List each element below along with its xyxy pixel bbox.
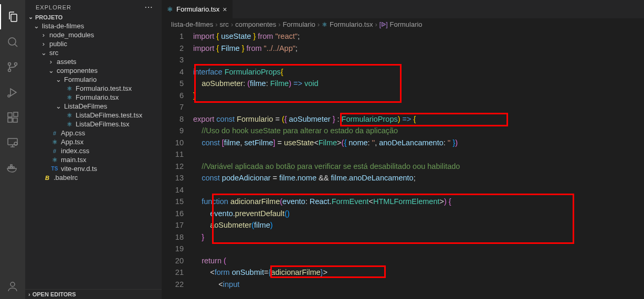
code-line: const podeAdicionar = filme.nome && film… xyxy=(193,172,644,184)
file-app-css[interactable]: #App.css xyxy=(25,129,162,137)
folder-listadefilmes[interactable]: ⌄ListaDeFilmes xyxy=(25,102,162,111)
editor: ⚛ Formulario.tsx × lista-de-filmes› src›… xyxy=(162,0,644,299)
code-line: } xyxy=(193,90,644,102)
code-line xyxy=(193,101,644,113)
svg-rect-8 xyxy=(14,112,18,116)
chevron-down-icon: ⌄ xyxy=(28,14,33,20)
css-icon: # xyxy=(50,130,59,136)
svg-rect-7 xyxy=(13,118,17,122)
svg-point-3 xyxy=(8,69,11,72)
chevron-down-icon: ⌄ xyxy=(55,102,62,110)
ts-icon: TS xyxy=(50,166,59,172)
folder-assets[interactable]: ›assets xyxy=(25,57,162,66)
chevron-right-icon: › xyxy=(47,58,55,66)
file-listadefilmes-test[interactable]: ⚛ListaDeFilmes.test.tsx xyxy=(25,111,162,120)
react-icon: ⚛ xyxy=(65,121,73,128)
react-icon: ⚛ xyxy=(65,94,73,101)
svg-rect-6 xyxy=(8,118,12,122)
folder-root[interactable]: ⌄lista-de-filmes xyxy=(25,22,162,30)
code-line xyxy=(193,54,644,66)
file-babelrc[interactable]: B.babelrc xyxy=(25,173,162,182)
file-formulario-test[interactable]: ⚛Formulario.test.tsx xyxy=(25,84,162,93)
babel-icon: B xyxy=(43,175,51,181)
tab-bar: ⚛ Formulario.tsx × xyxy=(162,0,644,18)
project-section[interactable]: ⌄ PROJETO xyxy=(25,13,162,22)
folder-formulario[interactable]: ⌄Formulario xyxy=(25,75,162,84)
symbol-variable-icon: [ᐉ] xyxy=(379,21,388,28)
accounts-icon[interactable] xyxy=(0,274,25,299)
chevron-down-icon: ⌄ xyxy=(47,67,55,74)
svg-rect-9 xyxy=(8,138,17,145)
file-app-tsx[interactable]: ⚛App.tsx xyxy=(25,137,162,146)
code-line: aoSubmeter: (filme: Filme) => void xyxy=(193,78,644,90)
code-line: import { Filme } from "../../App"; xyxy=(193,42,644,55)
react-icon: ⚛ xyxy=(65,85,73,92)
gutter: 12345678910111213141516171819202122 xyxy=(162,30,193,299)
close-icon[interactable]: × xyxy=(223,5,227,14)
tab-label: Formulario.tsx xyxy=(176,5,219,13)
code-line xyxy=(193,243,644,255)
chevron-down-icon: ⌄ xyxy=(33,22,40,30)
code-line: aoSubmeter(filme) xyxy=(193,219,644,231)
code-line: import { useState } from "react"; xyxy=(193,30,644,42)
svg-point-0 xyxy=(8,38,16,45)
folder-public[interactable]: ›public xyxy=(25,39,162,48)
extensions-icon[interactable] xyxy=(0,105,25,130)
code-lines[interactable]: import { useState } from "react"; import… xyxy=(193,30,644,299)
explorer-title: EXPLORER xyxy=(36,4,71,10)
chevron-right-icon: › xyxy=(28,291,30,297)
sidebar: EXPLORER ⋯ ⌄ PROJETO ⌄lista-de-filmes ›n… xyxy=(25,0,162,299)
code-line: <form onSubmit={adicionarFilme}> xyxy=(193,266,644,279)
remote-explorer-icon[interactable] xyxy=(0,130,25,155)
react-icon: ⚛ xyxy=(50,156,59,164)
folder-node-modules[interactable]: ›node_modules xyxy=(25,30,162,39)
code-line: evento.preventDefault() xyxy=(193,208,644,220)
file-vite-env[interactable]: TSvite-env.d.ts xyxy=(25,164,162,173)
svg-point-2 xyxy=(15,63,17,66)
svg-rect-14 xyxy=(10,165,12,166)
run-debug-icon[interactable] xyxy=(0,80,25,105)
svg-point-1 xyxy=(8,63,11,66)
file-main-tsx[interactable]: ⚛main.tsx xyxy=(25,155,162,164)
svg-rect-5 xyxy=(8,113,12,117)
code-line: return ( xyxy=(193,255,644,267)
code-line: const [filme, setFilme] = useState<Filme… xyxy=(193,137,644,149)
react-icon: ⚛ xyxy=(167,5,173,13)
folder-src[interactable]: ⌄src xyxy=(25,48,162,57)
svg-point-4 xyxy=(8,95,10,97)
open-editors-section[interactable]: › OPEN EDITORS xyxy=(25,289,162,299)
chevron-down-icon: ⌄ xyxy=(55,76,62,83)
source-control-icon[interactable] xyxy=(0,55,25,80)
folder-componentes[interactable]: ⌄componentes xyxy=(25,66,162,75)
code-line: } xyxy=(193,231,644,243)
react-icon: ⚛ xyxy=(322,21,328,28)
code-line: function adicionarFilme(evento: React.Fo… xyxy=(193,196,644,208)
code-line: interface FormularioProps{ xyxy=(193,66,644,78)
code-line: //Variável aplicada ao botão para verifi… xyxy=(193,161,644,173)
code-line xyxy=(193,184,644,196)
chevron-right-icon: › xyxy=(40,40,47,48)
docker-icon[interactable] xyxy=(0,155,25,180)
more-icon[interactable]: ⋯ xyxy=(144,4,153,10)
file-listadefilmes-tsx[interactable]: ⚛ListaDeFilmes.tsx xyxy=(25,120,162,129)
code-area[interactable]: 12345678910111213141516171819202122 impo… xyxy=(162,30,644,299)
code-line: export const Formulario = ({ aoSubmeter … xyxy=(193,113,644,125)
file-index-css[interactable]: #index.css xyxy=(25,146,162,155)
code-line: //Uso do hook useState para alterar o es… xyxy=(193,125,644,137)
activity-bar xyxy=(0,0,25,299)
search-icon[interactable] xyxy=(0,29,25,55)
chevron-right-icon: › xyxy=(40,31,47,39)
breadcrumbs[interactable]: lista-de-filmes› src› componentes› Formu… xyxy=(162,18,644,30)
react-icon: ⚛ xyxy=(50,138,59,146)
svg-point-15 xyxy=(10,282,15,286)
chevron-down-icon: ⌄ xyxy=(40,49,47,57)
tab-formulario[interactable]: ⚛ Formulario.tsx × xyxy=(162,0,233,18)
code-line xyxy=(193,148,644,161)
react-icon: ⚛ xyxy=(65,112,73,119)
explorer-icon[interactable] xyxy=(0,4,25,29)
css-icon: # xyxy=(50,148,59,154)
code-line: <input xyxy=(193,279,644,291)
file-formulario-tsx[interactable]: ⚛Formulario.tsx xyxy=(25,93,162,102)
